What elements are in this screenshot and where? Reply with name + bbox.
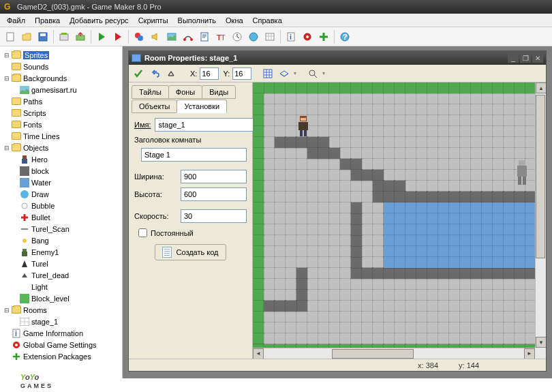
tab-tiles[interactable]: Тайлы (132, 85, 169, 99)
add-path-button[interactable] (181, 29, 196, 44)
tree-sounds[interactable]: Sounds (1, 61, 121, 72)
tree-sprites[interactable]: ⊟Sprites (1, 49, 121, 61)
menu-scripts[interactable]: Скрипты (134, 15, 172, 26)
status-y: y: 144 (459, 361, 479, 370)
tree-scripts[interactable]: Scripts (1, 107, 121, 119)
menu-windows[interactable]: Окна (221, 15, 247, 26)
help-button[interactable]: ? (337, 29, 352, 44)
resource-tree[interactable]: ⊟Sprites Sounds ⊟Backgrounds gamesisart.… (0, 46, 123, 378)
add-sound-button[interactable] (148, 29, 163, 44)
add-font-button[interactable]: TT (213, 29, 228, 44)
tab-objects[interactable]: Объекты (132, 100, 177, 113)
hscrollbar[interactable]: ◄ ► (253, 348, 535, 359)
iso-grid-button[interactable] (277, 67, 291, 80)
vscrollbar[interactable]: ▲ ▼ (535, 82, 546, 348)
add-timeline-button[interactable] (230, 29, 245, 44)
svg-rect-49 (518, 177, 521, 185)
svg-rect-11 (201, 33, 208, 41)
new-button[interactable] (3, 29, 18, 44)
room-canvas[interactable]: ◄ ► ▲ ▼ (253, 82, 546, 359)
menu-help[interactable]: Справка (249, 15, 286, 26)
zoom-button[interactable] (306, 67, 320, 80)
open-button[interactable] (19, 29, 34, 44)
tree-obj-turelscan[interactable]: Turel_Scan (1, 223, 121, 235)
snap-y-input[interactable] (232, 67, 251, 80)
svg-rect-40 (264, 70, 272, 78)
tree-obj-draw[interactable]: Draw (1, 188, 121, 200)
menu-edit[interactable]: Правка (31, 15, 64, 26)
game-info-button[interactable]: i (283, 29, 298, 44)
publish-button[interactable] (73, 29, 88, 44)
svg-text:i: i (290, 33, 292, 41)
svg-rect-46 (304, 130, 307, 136)
add-sprite-button[interactable] (132, 29, 147, 44)
save-button[interactable] (35, 29, 50, 44)
caption-input[interactable] (141, 148, 247, 162)
svg-rect-32 (22, 249, 27, 252)
snap-y-label: Y: (223, 70, 230, 78)
svg-point-20 (306, 35, 309, 38)
menu-run[interactable]: Выполнить (174, 15, 220, 26)
tree-obj-block[interactable]: block (1, 165, 121, 177)
svg-rect-48 (517, 166, 527, 177)
page-icon (162, 247, 172, 258)
tree-obj-light[interactable]: Light (1, 281, 121, 292)
add-background-button[interactable] (164, 29, 179, 44)
tree-ggs[interactable]: Global Game Settings (1, 339, 121, 350)
create-exe-button[interactable] (57, 29, 72, 44)
snap-x-input[interactable] (200, 67, 219, 80)
menu-add-resource[interactable]: Добавить ресурс (65, 15, 132, 26)
ok-button[interactable] (132, 67, 145, 80)
tree-ext[interactable]: Extension Packages (1, 350, 121, 362)
tree-objects[interactable]: ⊟Objects (1, 142, 121, 153)
tab-backgrounds[interactable]: Фоны (168, 85, 202, 99)
shift-button[interactable] (164, 67, 178, 80)
width-input[interactable] (181, 170, 247, 183)
run-button[interactable] (94, 29, 109, 44)
tab-settings[interactable]: Установки (177, 100, 227, 113)
persistent-label: Постоянный (151, 229, 194, 237)
name-input[interactable] (155, 118, 256, 132)
undo-button[interactable] (148, 67, 162, 80)
svg-rect-30 (21, 228, 28, 230)
add-room-button[interactable] (262, 29, 277, 44)
tree-room-stage1[interactable]: stage_1 (1, 316, 121, 327)
room-window-titlebar[interactable]: Room Properties: stage_1 _ ❐ ✕ (129, 51, 546, 65)
tree-gameinfo[interactable]: iGame Information (1, 327, 121, 339)
grid-toggle-button[interactable] (261, 67, 275, 80)
tree-obj-enemy1[interactable]: Enemy1 (1, 246, 121, 258)
tree-bg-item[interactable]: gamesisart.ru (1, 84, 121, 95)
add-object-button[interactable] (246, 29, 261, 44)
tree-obj-hero[interactable]: Hero (1, 153, 121, 165)
menu-file[interactable]: Файл (3, 15, 29, 26)
tree-paths[interactable]: Paths (1, 95, 121, 107)
tree-obj-tureldead[interactable]: Turel_dead (1, 269, 121, 281)
add-script-button[interactable] (197, 29, 212, 44)
tree-obj-turel[interactable]: Turel (1, 258, 121, 269)
close-icon[interactable]: ✕ (532, 53, 543, 63)
svg-rect-0 (7, 33, 14, 41)
maximize-icon[interactable]: ❐ (520, 53, 531, 63)
persistent-checkbox[interactable] (138, 228, 147, 237)
room-window-title: Room Properties: stage_1 (144, 54, 237, 62)
minimize-icon[interactable]: _ (508, 53, 519, 63)
room-statusbar: x: 384 y: 144 (129, 359, 546, 371)
svg-rect-50 (523, 177, 526, 185)
tab-views[interactable]: Виды (202, 85, 236, 99)
svg-rect-24 (22, 155, 27, 159)
tree-backgrounds[interactable]: ⊟Backgrounds (1, 72, 121, 84)
create-code-button[interactable]: Создать код (155, 244, 226, 260)
debug-button[interactable] (110, 29, 125, 44)
tree-obj-bang[interactable]: Bang (1, 235, 121, 246)
tree-obj-bullet[interactable]: Bullet (1, 211, 121, 223)
tree-obj-blocklevel[interactable]: Block_level (1, 292, 121, 304)
speed-input[interactable] (181, 209, 247, 223)
tree-timelines[interactable]: Time Lines (1, 130, 121, 142)
settings-button[interactable] (300, 29, 315, 44)
tree-obj-water[interactable]: Water (1, 177, 121, 188)
tree-obj-bubble[interactable]: Bubble (1, 200, 121, 211)
tree-fonts[interactable]: Fonts (1, 119, 121, 130)
tree-rooms[interactable]: ⊟Rooms (1, 304, 121, 316)
height-input[interactable] (181, 187, 247, 201)
extensions-button[interactable] (316, 29, 331, 44)
